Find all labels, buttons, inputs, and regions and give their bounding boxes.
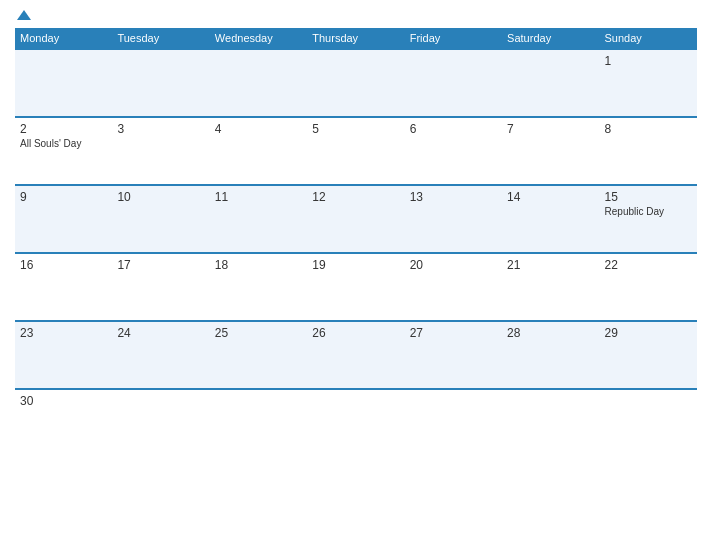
day-number: 23: [20, 326, 107, 340]
calendar-day-cell: 7: [502, 117, 599, 185]
calendar-day-cell: 29: [600, 321, 697, 389]
day-number: 3: [117, 122, 204, 136]
calendar-day-cell: 12: [307, 185, 404, 253]
calendar-day-cell: 23: [15, 321, 112, 389]
day-number: 24: [117, 326, 204, 340]
logo-triangle-icon: [17, 10, 31, 20]
weekday-header-cell: Wednesday: [210, 28, 307, 49]
calendar-day-cell: 11: [210, 185, 307, 253]
calendar-day-cell: 21: [502, 253, 599, 321]
calendar-week-row: 23242526272829: [15, 321, 697, 389]
calendar-day-cell: 17: [112, 253, 209, 321]
holiday-label: Republic Day: [605, 206, 692, 217]
day-number: 10: [117, 190, 204, 204]
day-number: 8: [605, 122, 692, 136]
calendar-day-cell: 6: [405, 117, 502, 185]
calendar-day-cell: 3: [112, 117, 209, 185]
day-number: 29: [605, 326, 692, 340]
calendar-day-cell: [112, 49, 209, 117]
day-number: 7: [507, 122, 594, 136]
calendar-day-cell: 4: [210, 117, 307, 185]
calendar-day-cell: [307, 389, 404, 457]
calendar-week-row: 9101112131415Republic Day: [15, 185, 697, 253]
calendar-day-cell: 30: [15, 389, 112, 457]
calendar-page: MondayTuesdayWednesdayThursdayFridaySatu…: [0, 0, 712, 550]
day-number: 15: [605, 190, 692, 204]
calendar-day-cell: 26: [307, 321, 404, 389]
day-number: 14: [507, 190, 594, 204]
weekday-header-cell: Tuesday: [112, 28, 209, 49]
day-number: 21: [507, 258, 594, 272]
calendar-day-cell: 18: [210, 253, 307, 321]
weekday-header-cell: Friday: [405, 28, 502, 49]
calendar-day-cell: [502, 389, 599, 457]
calendar-week-row: 30: [15, 389, 697, 457]
day-number: 2: [20, 122, 107, 136]
calendar-week-row: 2All Souls' Day345678: [15, 117, 697, 185]
calendar-day-cell: 2All Souls' Day: [15, 117, 112, 185]
weekday-header-cell: Sunday: [600, 28, 697, 49]
calendar-day-cell: [112, 389, 209, 457]
calendar-day-cell: 10: [112, 185, 209, 253]
day-number: 13: [410, 190, 497, 204]
day-number: 30: [20, 394, 107, 408]
calendar-day-cell: 20: [405, 253, 502, 321]
holiday-label: All Souls' Day: [20, 138, 107, 149]
weekday-header-row: MondayTuesdayWednesdayThursdayFridaySatu…: [15, 28, 697, 49]
calendar-day-cell: 24: [112, 321, 209, 389]
calendar-day-cell: [405, 49, 502, 117]
logo: [15, 10, 31, 20]
calendar-day-cell: 27: [405, 321, 502, 389]
calendar-day-cell: [210, 389, 307, 457]
calendar-day-cell: [307, 49, 404, 117]
day-number: 17: [117, 258, 204, 272]
calendar-day-cell: [502, 49, 599, 117]
weekday-header-cell: Monday: [15, 28, 112, 49]
day-number: 25: [215, 326, 302, 340]
calendar-day-cell: 1: [600, 49, 697, 117]
day-number: 22: [605, 258, 692, 272]
calendar-day-cell: 13: [405, 185, 502, 253]
day-number: 12: [312, 190, 399, 204]
calendar-day-cell: 9: [15, 185, 112, 253]
calendar-day-cell: [210, 49, 307, 117]
day-number: 28: [507, 326, 594, 340]
calendar-day-cell: 15Republic Day: [600, 185, 697, 253]
day-number: 26: [312, 326, 399, 340]
calendar-table: MondayTuesdayWednesdayThursdayFridaySatu…: [15, 28, 697, 457]
day-number: 4: [215, 122, 302, 136]
weekday-header-cell: Thursday: [307, 28, 404, 49]
day-number: 20: [410, 258, 497, 272]
calendar-day-cell: [405, 389, 502, 457]
calendar-day-cell: 22: [600, 253, 697, 321]
weekday-header-cell: Saturday: [502, 28, 599, 49]
day-number: 16: [20, 258, 107, 272]
day-number: 1: [605, 54, 692, 68]
calendar-day-cell: 8: [600, 117, 697, 185]
day-number: 11: [215, 190, 302, 204]
calendar-week-row: 16171819202122: [15, 253, 697, 321]
day-number: 27: [410, 326, 497, 340]
day-number: 18: [215, 258, 302, 272]
calendar-day-cell: [600, 389, 697, 457]
calendar-day-cell: 16: [15, 253, 112, 321]
day-number: 19: [312, 258, 399, 272]
calendar-day-cell: [15, 49, 112, 117]
calendar-day-cell: 5: [307, 117, 404, 185]
calendar-day-cell: 19: [307, 253, 404, 321]
calendar-day-cell: 28: [502, 321, 599, 389]
calendar-day-cell: 14: [502, 185, 599, 253]
calendar-week-row: 1: [15, 49, 697, 117]
calendar-header: [15, 10, 697, 20]
day-number: 5: [312, 122, 399, 136]
day-number: 9: [20, 190, 107, 204]
day-number: 6: [410, 122, 497, 136]
calendar-day-cell: 25: [210, 321, 307, 389]
